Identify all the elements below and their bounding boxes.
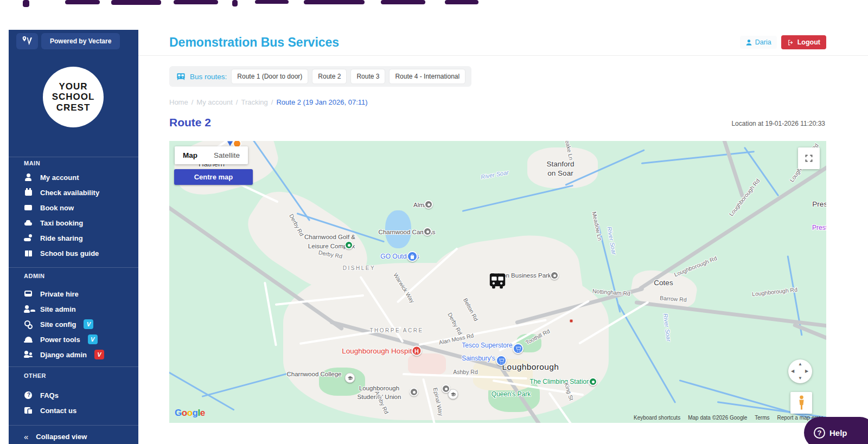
tesco-marker[interactable]: [513, 343, 524, 354]
sainsburys-marker[interactable]: [496, 355, 507, 366]
charnwood-campus-marker[interactable]: [423, 227, 432, 236]
sidebar-item-private-hire[interactable]: Private hire: [24, 286, 134, 301]
pan-control[interactable]: ▲ ▼ ◀ ▶: [788, 359, 812, 383]
route-pill-3[interactable]: Route 3: [351, 69, 385, 83]
fullscreen-icon: [805, 154, 813, 163]
route-pill-2[interactable]: Route 2: [312, 69, 346, 83]
user-icon: [24, 173, 33, 182]
fullscreen-button[interactable]: [798, 147, 820, 169]
bus-routes-bar: Bus routes: Route 1 (Door to door) Route…: [169, 66, 471, 87]
map-type-map-button[interactable]: Map: [175, 146, 206, 164]
arrow-left-icon: ◀: [791, 369, 794, 374]
section-label-other: OTHER: [24, 372, 46, 379]
breadcrumb: Home / My account / Tracking / Route 2 (…: [169, 98, 368, 106]
question-circle-icon: [24, 391, 33, 400]
help-button[interactable]: ? Help: [804, 417, 868, 444]
divider: [9, 425, 138, 426]
map-label: River Soar: [607, 226, 618, 255]
google-logo[interactable]: Google: [175, 408, 205, 419]
sidebar-item-contact-us[interactable]: Contact us: [24, 403, 134, 418]
map-river: [202, 372, 291, 397]
user-menu-button[interactable]: Daria: [740, 36, 777, 49]
sidebar-item-django-admin[interactable]: Django admin: [24, 347, 134, 362]
calendar-icon: [24, 188, 33, 197]
section-label-main: MAIN: [24, 160, 40, 166]
breadcrumb-tracking[interactable]: Tracking: [241, 98, 267, 106]
map-label: on Soar: [547, 169, 573, 177]
map-hospital-area: [408, 353, 446, 375]
sidebar-item-check-availability[interactable]: Check availability: [24, 185, 134, 200]
ticket-icon: [24, 203, 33, 212]
go-outdoors-marker[interactable]: [407, 251, 418, 262]
collapsed-view-toggle[interactable]: « Collapsed view: [24, 429, 87, 444]
centre-map-button[interactable]: Centre map: [174, 169, 253, 185]
crest-line: SCHOOL: [52, 92, 95, 102]
map-area: [527, 147, 598, 188]
map-label: Meadow Ln: [591, 211, 603, 241]
pegman-icon: [798, 395, 805, 410]
breadcrumb-my-account[interactable]: My account: [196, 98, 232, 106]
charnwood-college-marker[interactable]: [345, 373, 355, 383]
section-label-admin: ADMIN: [24, 273, 45, 279]
map-label: River Soar: [662, 313, 672, 342]
sidebar-item-ride-sharing[interactable]: Ride sharing: [24, 230, 134, 246]
queens-park-marker[interactable]: [442, 384, 450, 393]
vectare-badge-icon: [94, 350, 104, 359]
gears-icon: [24, 320, 33, 329]
map-label: Stanford: [546, 160, 574, 168]
header: Demonstration Bus Services Daria Logout: [138, 30, 868, 56]
sidebar-item-faqs[interactable]: FAQs: [24, 388, 134, 403]
logout-button[interactable]: Logout: [781, 35, 826, 49]
tracking-map[interactable]: HathernStanfordon SoarRiver SoarLeake Ln…: [169, 141, 826, 423]
contact-icon: [24, 406, 33, 415]
map-type-satellite-button[interactable]: Satellite: [206, 146, 248, 164]
map-road: [264, 282, 277, 346]
terms-link[interactable]: Terms: [755, 415, 769, 421]
map-road: [793, 323, 826, 363]
route-pill-1[interactable]: Route 1 (Door to door): [232, 69, 308, 83]
powered-by-vectare-badge[interactable]: Powered by Vectare: [41, 33, 120, 49]
bus-icon: [24, 289, 33, 298]
vectare-badge-icon: [84, 319, 93, 329]
students-union-marker[interactable]: [410, 388, 418, 396]
breadcrumb-home[interactable]: Home: [169, 98, 188, 106]
climbing-station-marker[interactable]: [589, 377, 597, 386]
sidebar-item-book-now[interactable]: Book now: [24, 200, 134, 215]
question-circle-icon: ?: [814, 427, 825, 439]
map-label: THORPE ACRE: [369, 327, 423, 333]
breadcrumb-current[interactable]: Route 2 (19 Jan 2026, 07:11): [276, 98, 367, 106]
users-icon: [24, 350, 33, 359]
chevrons-left-icon: «: [24, 432, 28, 441]
map-label: Prestw: [812, 200, 826, 208]
keyboard-shortcuts-link[interactable]: Keyboard shortcuts: [634, 415, 680, 421]
hard-hat-icon: [24, 335, 33, 344]
school-crest: YOUR SCHOOL CREST: [43, 67, 104, 127]
location-timestamp: Location at 19-01-2026 11:20:33: [731, 120, 825, 127]
falcon-business-park-marker[interactable]: [550, 271, 559, 280]
sidebar-item-taxi-booking[interactable]: Taxi booking: [24, 215, 134, 230]
sidebar-item-power-tools[interactable]: Power tools: [24, 332, 134, 347]
map-label: Charnwood Golf &: [304, 234, 355, 240]
sidebar-item-school-bus-guide[interactable]: School bus guide: [24, 246, 134, 261]
bus-routes-label: Bus routes:: [176, 72, 227, 81]
sidebar-item-my-account[interactable]: My account: [24, 170, 134, 185]
page: Powered by Vectare YOUR SCHOOL CREST MAI…: [0, 0, 868, 444]
map-label: Ashby Rd: [453, 369, 478, 375]
sidebar-item-site-admin[interactable]: Site admin: [24, 301, 134, 317]
map-label: Loughborough Rd: [673, 255, 718, 278]
arrow-up-icon: ▲: [798, 362, 802, 366]
map-label: Loughborough: [502, 362, 559, 372]
pegman-control[interactable]: [790, 392, 812, 414]
sidebar-item-site-config[interactable]: Site config: [24, 317, 134, 332]
red-dot-marker[interactable]: [570, 320, 573, 323]
golf-club-marker[interactable]: [344, 241, 353, 249]
hospital-marker[interactable]: H: [412, 346, 422, 356]
map-pin[interactable]: [227, 141, 233, 146]
map-label: River Soar: [480, 169, 509, 181]
page-title: Demonstration Bus Services: [169, 35, 339, 50]
route-pill-4[interactable]: Route 4 - International: [390, 69, 465, 83]
divider: [9, 157, 138, 157]
map-label: Cotes: [654, 279, 673, 287]
bus-location-marker[interactable]: [488, 271, 507, 291]
almac-marker[interactable]: [424, 200, 433, 209]
